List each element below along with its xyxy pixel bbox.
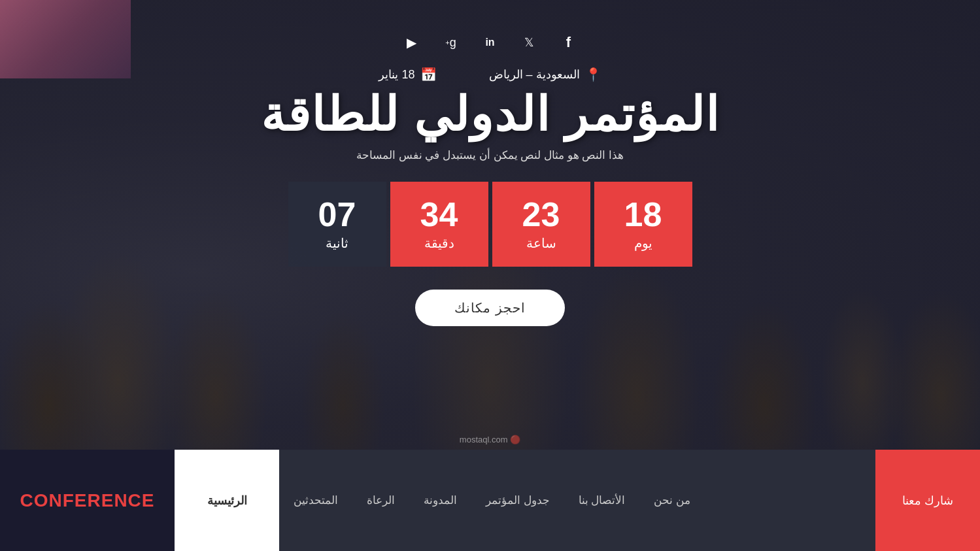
googleplus-icon[interactable]: g+	[441, 33, 461, 52]
minutes-value: 34	[420, 197, 458, 231]
countdown-hours: 23 ساعة	[492, 182, 590, 267]
location-icon: 📍	[585, 67, 601, 82]
calendar-icon: 📅	[420, 67, 437, 82]
location-meta: 📍 السعودية – الرياض	[489, 67, 601, 82]
linkedin-icon[interactable]: in	[481, 33, 500, 52]
countdown-timer: 07 ثانية 34 دقيقة 23 ساعة 18 يوم	[286, 182, 694, 267]
watermark-text: 🔴 mostaql.com	[460, 435, 520, 444]
nav-item-contact[interactable]: الأتصال بنا	[564, 493, 640, 507]
minutes-label: دقيقة	[424, 235, 454, 251]
nav-active-home[interactable]: الرئيسية	[175, 450, 279, 551]
seconds-value: 07	[318, 197, 356, 231]
days-value: 18	[624, 197, 662, 231]
meta-row: 📍 السعودية – الرياض 📅 18 يناير	[379, 67, 601, 82]
reserve-button[interactable]: احجز مكانك	[415, 290, 565, 326]
countdown-days: 18 يوم	[594, 182, 692, 267]
nav-active-label: الرئيسية	[207, 493, 247, 508]
date-meta: 📅 18 يناير	[379, 67, 436, 82]
share-button[interactable]: شارك معنا	[875, 450, 980, 551]
seconds-label: ثانية	[326, 235, 348, 251]
nav-item-schedule[interactable]: جدول المؤتمر	[471, 493, 564, 507]
hero-section: f 𝕏 in g+ ▶ 📍 السعودية – الرياض 📅 18 ينا…	[0, 0, 980, 450]
date-text: 18 يناير	[379, 67, 414, 82]
countdown-seconds: 07 ثانية	[288, 182, 386, 267]
countdown-minutes: 34 دقيقة	[390, 182, 488, 267]
nav-links: من نحن الأتصال بنا جدول المؤتمر المدونة …	[279, 450, 875, 551]
nav-brand: CONFERENCE	[0, 450, 175, 551]
location-text: السعودية – الرياض	[489, 67, 580, 82]
nav-item-sponsors[interactable]: الرعاة	[352, 493, 409, 507]
facebook-icon[interactable]: f	[559, 33, 579, 52]
navbar: شارك معنا من نحن الأتصال بنا جدول المؤتم…	[0, 450, 980, 551]
watermark: 🔴 mostaql.com	[460, 435, 520, 444]
youtube-icon[interactable]: ▶	[402, 33, 422, 52]
nav-item-man-nahnu[interactable]: من نحن	[639, 493, 705, 507]
nav-item-speakers[interactable]: المتحدثين	[279, 493, 352, 507]
brand-logo-text: CONFERENCE	[20, 490, 155, 511]
social-bar: f 𝕏 in g+ ▶	[402, 33, 579, 52]
hours-value: 23	[522, 197, 560, 231]
days-label: يوم	[634, 235, 652, 251]
nav-item-blog[interactable]: المدونة	[409, 493, 471, 507]
hero-subtitle: هذا النص هو مثال لنص يمكن أن يستبدل في ن…	[356, 148, 624, 162]
twitter-icon[interactable]: 𝕏	[520, 33, 539, 52]
hours-label: ساعة	[526, 235, 556, 251]
main-title: المؤتمر الدولي للطاقة	[261, 89, 720, 141]
